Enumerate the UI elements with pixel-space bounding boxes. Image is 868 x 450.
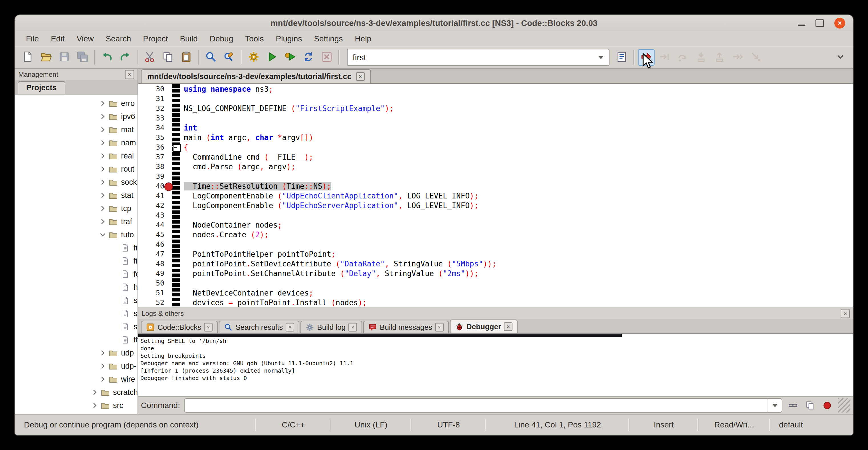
fold-margin[interactable] (172, 191, 180, 201)
code-line-48[interactable]: 48 pointToPoint.SetDeviceAttribute ("Dat… (138, 259, 853, 269)
step-into-button[interactable] (693, 49, 709, 66)
code-line-30[interactable]: 30 using namespace ns3; (138, 84, 853, 94)
rebuild-button[interactable] (300, 49, 317, 66)
copy-log-button[interactable] (804, 399, 817, 412)
chevron-right-icon[interactable] (91, 389, 99, 396)
new-file-button[interactable] (20, 49, 36, 66)
tab-projects[interactable]: Projects (18, 81, 65, 94)
tab-build-log[interactable]: Build log × (301, 321, 362, 333)
code-text[interactable]: int (180, 123, 853, 133)
script-button[interactable] (614, 49, 630, 66)
line-number[interactable]: 37 (138, 152, 172, 162)
code-line-33[interactable]: 33 (138, 113, 853, 123)
code-text[interactable]: NodeContainer nodes; (180, 220, 853, 230)
fold-margin[interactable] (172, 94, 180, 103)
step-into-instruction-button[interactable] (748, 49, 764, 66)
menu-item-tools[interactable]: Tools (239, 33, 270, 45)
tree-item-mat[interactable]: mat (15, 123, 137, 136)
resize-grip[interactable] (838, 398, 850, 413)
code-text[interactable]: LogComponentEnable ("UdpEchoClientApplic… (180, 191, 853, 201)
line-number[interactable]: 41 (138, 191, 172, 201)
fold-margin[interactable] (172, 123, 180, 133)
close-icon[interactable]: × (834, 18, 845, 29)
step-out-button[interactable] (711, 49, 727, 66)
redo-button[interactable] (117, 49, 133, 66)
minimize-icon[interactable] (798, 25, 805, 26)
chevron-right-icon[interactable] (91, 402, 99, 409)
line-number[interactable]: 48 (138, 259, 172, 269)
fold-margin[interactable] (172, 220, 180, 230)
code-line-38[interactable]: 38 cmd.Parse (argc, argv); (138, 162, 853, 172)
line-number[interactable]: 32 (138, 103, 172, 113)
code-text[interactable] (180, 94, 853, 103)
copy-button[interactable] (160, 49, 176, 66)
close-tab-icon[interactable]: × (435, 323, 444, 331)
line-number[interactable]: 42 (138, 201, 172, 210)
fold-margin[interactable] (172, 84, 180, 94)
tree-item-se[interactable]: se (15, 294, 137, 307)
debug-continue-button[interactable] (638, 49, 655, 66)
maximize-icon[interactable] (815, 20, 824, 27)
code-line-31[interactable]: 31 (138, 94, 853, 103)
tree-item-scratch[interactable]: scratch (15, 386, 137, 399)
code-text[interactable]: pointToPoint.SetDeviceAttribute ("DataRa… (180, 259, 853, 269)
breakpoint-icon[interactable] (164, 182, 173, 191)
line-number[interactable]: 49 (138, 269, 172, 278)
fold-margin[interactable] (172, 172, 180, 181)
tab-search-results[interactable]: Search results × (219, 321, 299, 333)
find-button[interactable] (203, 49, 219, 66)
code-line-52[interactable]: 52 devices = pointToPoint.Install (nodes… (138, 298, 853, 307)
code-text[interactable]: using namespace ns3; (180, 84, 853, 94)
tree-item-tcp[interactable]: tcp (15, 202, 137, 215)
menu-item-search[interactable]: Search (100, 33, 137, 45)
menu-item-edit[interactable]: Edit (45, 33, 70, 45)
fold-margin[interactable] (172, 240, 180, 249)
line-number[interactable]: 46 (138, 240, 172, 249)
code-text[interactable] (180, 113, 853, 123)
next-line-button[interactable] (675, 49, 691, 66)
tree-item-se[interactable]: se (15, 307, 137, 320)
tree-item-udp[interactable]: udp (15, 347, 137, 359)
code-line-45[interactable]: 45 nodes.Create (2); (138, 230, 853, 240)
line-number[interactable]: 33 (138, 113, 172, 123)
build-and-run-button[interactable] (282, 49, 299, 66)
save-button[interactable] (56, 49, 72, 66)
chevron-right-icon[interactable] (99, 165, 107, 173)
code-text[interactable]: cmd.Parse (argc, argv); (180, 162, 853, 172)
fold-margin[interactable] (172, 210, 180, 220)
line-number[interactable]: 47 (138, 249, 172, 259)
tree-item-ipv6[interactable]: ipv6 (15, 110, 137, 123)
code-line-50[interactable]: 50 (138, 278, 853, 288)
abort-build-button[interactable] (318, 49, 335, 66)
command-input[interactable] (184, 398, 782, 413)
fold-margin[interactable] (172, 181, 180, 191)
chevron-right-icon[interactable] (99, 218, 107, 225)
build-button[interactable] (245, 49, 262, 66)
code-line-46[interactable]: 46 (138, 240, 853, 249)
chevron-down-icon[interactable] (99, 231, 107, 238)
code-text[interactable]: NS_LOG_COMPONENT_DEFINE ("FirstScriptExa… (180, 103, 853, 113)
tab-build-messages[interactable]: Build messages × (363, 321, 449, 333)
paste-button[interactable] (178, 49, 195, 66)
titlebar[interactable]: mnt/dev/tools/source/ns-3-dev/examples/t… (15, 15, 853, 31)
chevron-right-icon[interactable] (99, 178, 107, 186)
code-text[interactable]: PointToPointHelper pointToPoint; (180, 249, 853, 259)
code-text[interactable]: NetDeviceContainer devices; (180, 288, 853, 298)
tree-item-udp[interactable]: udp- (15, 359, 137, 372)
code-text[interactable] (180, 210, 853, 220)
close-tab-icon[interactable]: × (204, 323, 213, 331)
tree-item-wire[interactable]: wire (15, 372, 137, 386)
code-text[interactable]: main (int argc, char *argv[]) (180, 133, 853, 143)
tree-item-he[interactable]: he (15, 281, 137, 294)
close-tab-icon[interactable]: × (286, 323, 294, 331)
code-line-44[interactable]: 44 NodeContainer nodes; (138, 220, 853, 230)
tree-item-erro[interactable]: erro (15, 97, 137, 110)
close-panel-icon[interactable]: × (125, 70, 134, 79)
menu-item-plugins[interactable]: Plugins (270, 33, 308, 45)
line-number[interactable]: 52 (138, 298, 172, 307)
code-line-47[interactable]: 47 PointToPointHelper pointToPoint; (138, 249, 853, 259)
line-number[interactable]: 39 (138, 172, 172, 181)
code-line-39[interactable]: 39 (138, 172, 853, 181)
close-tab-icon[interactable]: × (504, 322, 513, 331)
line-number[interactable]: 36 (138, 143, 172, 152)
